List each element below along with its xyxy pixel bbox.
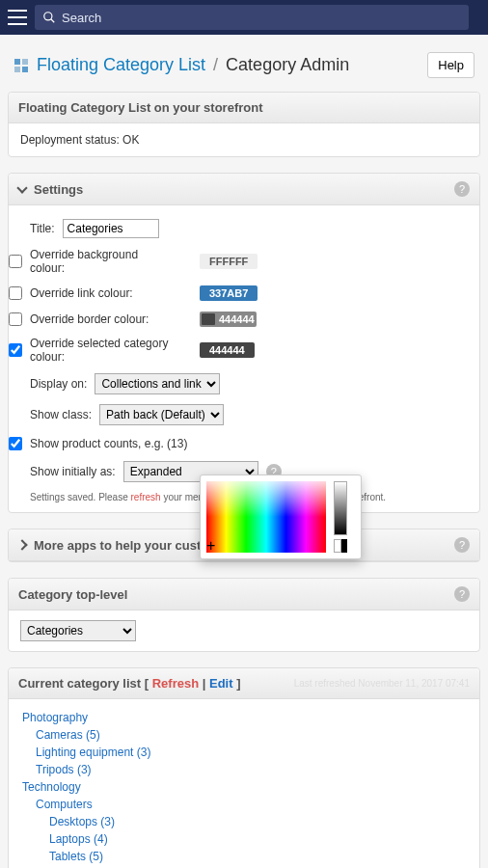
category-link[interactable]: Desktops (3)	[22, 813, 466, 830]
chevron-down-icon	[16, 182, 27, 193]
search-box[interactable]	[35, 5, 469, 30]
app-icon	[14, 58, 29, 73]
breadcrumb-link[interactable]: Floating Category List	[37, 55, 205, 75]
search-input[interactable]	[62, 11, 461, 25]
settings-title: Settings	[34, 182, 83, 197]
color-picker-lightness[interactable]	[334, 481, 347, 535]
title-input[interactable]	[63, 219, 159, 238]
settings-header[interactable]: Settings ?	[9, 174, 479, 205]
last-refreshed: Last refreshed November 11, 2017 07:41	[294, 678, 470, 689]
category-link[interactable]: Tablets (5)	[22, 848, 466, 865]
search-icon	[42, 11, 56, 24]
display-on-select[interactable]: Collections and linked pages	[95, 373, 220, 394]
bg-swatch[interactable]: FFFFFF	[200, 254, 258, 269]
help-button[interactable]: Help	[427, 52, 474, 78]
top-bar	[0, 0, 488, 35]
display-on-label: Display on:	[30, 377, 87, 391]
category-link[interactable]: Laptops (4)	[22, 830, 466, 848]
status-panel: Floating Category List on your storefron…	[8, 92, 480, 157]
title-label: Title:	[30, 222, 55, 235]
help-icon[interactable]: ?	[454, 181, 470, 197]
settings-panel: Settings ? Title: Override background co…	[8, 173, 480, 513]
override-link-label: Override link colour:	[30, 286, 175, 300]
override-link-checkbox[interactable]	[9, 286, 22, 300]
show-counts-label: Show product counts, e.g. (13)	[30, 437, 187, 450]
category-link[interactable]: Cameras (5)	[22, 726, 466, 744]
show-class-label: Show class:	[30, 408, 92, 421]
svg-line-1	[51, 19, 55, 23]
override-bg-checkbox[interactable]	[9, 255, 22, 268]
override-sel-label: Override selected category colour:	[30, 337, 175, 364]
catlist-title: Current category list [ Refresh | Edit ]	[18, 676, 241, 691]
edit-link[interactable]: Edit	[209, 676, 233, 691]
svg-rect-5	[22, 67, 28, 72]
status-panel-body: Deployment status: OK	[9, 123, 479, 156]
border-swatch[interactable]: 444444	[200, 312, 257, 327]
sel-swatch[interactable]: 444444	[200, 342, 255, 358]
top-level-title: Category top-level	[18, 587, 127, 602]
color-picker-spectrum[interactable]: +	[206, 481, 326, 553]
svg-rect-3	[22, 59, 28, 65]
color-picker[interactable]: +	[200, 475, 362, 559]
category-link[interactable]: Technology	[22, 778, 466, 796]
breadcrumb-separator: /	[213, 55, 218, 75]
color-picker-bw[interactable]	[334, 539, 347, 553]
top-level-panel: Category top-level ? Categories	[8, 578, 480, 652]
refresh-link[interactable]: refresh	[131, 492, 161, 502]
override-border-checkbox[interactable]	[9, 312, 22, 326]
category-list-panel: Current category list [ Refresh | Edit ]…	[8, 667, 480, 868]
breadcrumb: Floating Category List / Category Admin …	[8, 42, 480, 92]
category-link[interactable]: Tripods (3)	[22, 761, 466, 778]
show-class-select[interactable]: Path back (Default)	[99, 404, 224, 425]
show-counts-checkbox[interactable]	[9, 437, 22, 450]
top-level-select[interactable]: Categories	[20, 620, 136, 641]
hamburger-icon[interactable]	[8, 10, 27, 25]
breadcrumb-current: Category Admin	[226, 55, 349, 75]
override-border-label: Override border colour:	[30, 312, 175, 326]
category-tree: PhotographyCameras (5)Lighting equipment…	[9, 699, 479, 868]
svg-point-0	[44, 13, 52, 20]
show-initially-label: Show initially as:	[30, 465, 116, 478]
svg-rect-2	[14, 59, 20, 65]
help-icon[interactable]: ?	[454, 586, 470, 602]
category-link[interactable]: Photography	[22, 709, 466, 726]
link-swatch[interactable]: 337AB7	[200, 285, 258, 301]
override-bg-label: Override background colour:	[30, 248, 175, 275]
svg-rect-4	[14, 67, 20, 72]
override-sel-checkbox[interactable]	[9, 343, 22, 357]
refresh-link[interactable]: Refresh	[152, 676, 199, 691]
status-panel-title: Floating Category List on your storefron…	[18, 100, 263, 115]
chevron-right-icon	[16, 539, 27, 550]
category-link[interactable]: Lighting equipment (3)	[22, 744, 466, 761]
color-picker-cursor: +	[206, 537, 215, 555]
category-link[interactable]: Computers	[22, 796, 466, 813]
help-icon[interactable]: ?	[454, 537, 470, 553]
